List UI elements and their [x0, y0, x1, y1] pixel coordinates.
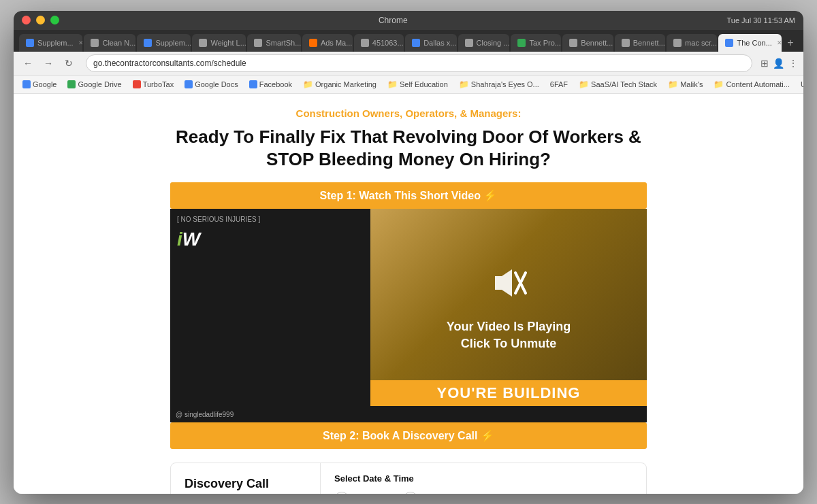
folder-icon: 📁: [579, 80, 589, 89]
bookmark-shahraja[interactable]: 📁 Shahraja's Eyes O...: [455, 78, 543, 90]
tab-bar: Supplem... ✕ Clean N... Supplem... Weigh…: [14, 30, 803, 52]
bookmark-selfedu[interactable]: 📁 Self Education: [384, 78, 451, 90]
bookmark-drive[interactable]: Google Drive: [64, 79, 125, 90]
close-button[interactable]: [22, 16, 31, 24]
tagline: Construction Owners, Operators, & Manage…: [296, 107, 522, 119]
profile-icon[interactable]: 👤: [773, 58, 784, 69]
maximize-button[interactable]: [50, 16, 59, 24]
reload-button[interactable]: ↻: [60, 54, 78, 72]
prev-month-button[interactable]: ‹: [334, 492, 349, 493]
bookmark-label: SaaS/AI Tech Stack: [591, 80, 657, 88]
cal-month-nav: ‹ July 2024 ›: [334, 492, 632, 493]
forward-button[interactable]: →: [39, 54, 57, 72]
bookmark-label: Google Drive: [78, 80, 121, 88]
bookmark-label: 6FAF: [550, 80, 568, 88]
tab-favicon: [517, 39, 526, 47]
tab-close-icon[interactable]: ✕: [775, 39, 782, 47]
mute-icon: [488, 263, 529, 312]
video-left-panel: [ NO SERIOUS INJURIES ] iW: [170, 209, 370, 406]
folder-icon: 📁: [714, 80, 724, 89]
tab-label: Supplem...: [37, 39, 74, 47]
tab-10[interactable]: Tax Pro...: [511, 34, 561, 52]
bookmark-ue[interactable]: UE: [797, 79, 803, 90]
headline: Ready To Finally Fix That Revolving Door…: [176, 126, 641, 172]
tab-12[interactable]: Bennett...: [615, 34, 665, 52]
new-tab-button[interactable]: +: [783, 34, 798, 52]
tab-7[interactable]: 451063...: [354, 34, 404, 52]
folder-icon: 📁: [387, 80, 398, 89]
bookmark-facebook[interactable]: Facebook: [246, 79, 295, 90]
tab-favicon: [673, 39, 682, 47]
bookmark-label: Organic Marketing: [315, 80, 377, 88]
tab-label: Ads Ma...: [321, 39, 352, 47]
bookmark-google[interactable]: Google: [19, 79, 60, 90]
url-text: go.thecontractorconsultants.com/schedule: [93, 58, 246, 68]
calendar-section: Discovery Call ⏱ 15 Mins 📅 Tue, Jul 30, …: [170, 463, 647, 493]
bookmark-turbotax[interactable]: TurboTax: [129, 79, 177, 90]
unmute-line1: Your Video Is Playing: [447, 320, 571, 333]
tab-label: Clean N...: [102, 39, 135, 47]
tab-label: SmartSh...: [266, 39, 301, 47]
bookmark-malik[interactable]: 📁 Malik's: [664, 78, 706, 90]
tab-favicon: [622, 39, 630, 47]
tab-favicon: [26, 39, 34, 47]
step1-bar: Step 1: Watch This Short Video ⚡: [170, 182, 647, 209]
tab-favicon: [91, 39, 99, 47]
bookmark-6faf[interactable]: 6FAF: [547, 79, 571, 90]
bookmark-label: Google: [33, 80, 57, 88]
bookmark-saas[interactable]: 📁 SaaS/AI Tech Stack: [575, 78, 660, 90]
tab-11[interactable]: Bennett...: [562, 34, 613, 52]
tab-close-icon[interactable]: ✕: [77, 39, 83, 47]
tab-label: Tax Pro...: [529, 39, 560, 47]
tab-favicon: [254, 39, 262, 47]
tab-14-active[interactable]: The Con... ✕: [718, 34, 781, 52]
tab-1[interactable]: Supplem... ✕: [19, 34, 82, 52]
address-bar[interactable]: go.thecontractorconsultants.com/schedule: [86, 54, 752, 72]
tab-favicon: [465, 39, 473, 47]
video-right-panel[interactable]: Your Video Is Playing Click To Unmute YO…: [370, 209, 647, 406]
folder-icon: 📁: [303, 80, 313, 89]
bookmark-label: Self Education: [400, 80, 448, 88]
video-bottom-bar: @ singledadlife999: [170, 406, 647, 422]
tab-2[interactable]: Clean N...: [84, 34, 135, 52]
extensions-icon[interactable]: ⊞: [760, 58, 769, 69]
video-logo: iW: [177, 229, 200, 250]
step2-label: Step 2: Book A Discovery Call ⚡: [323, 430, 494, 441]
tab-9[interactable]: Closing ...: [458, 34, 510, 52]
tab-13[interactable]: mac scr...: [667, 34, 717, 52]
menu-icon[interactable]: ⋮: [788, 58, 798, 69]
bookmark-label: Google Docs: [195, 80, 238, 88]
tab-label: Bennett...: [581, 39, 613, 47]
tab-label: Dallas x...: [423, 39, 456, 47]
tab-label: Bennett...: [633, 39, 665, 47]
bookmark-organic[interactable]: 📁 Organic Marketing: [300, 78, 380, 90]
next-month-button[interactable]: ›: [403, 492, 418, 493]
google-icon: [22, 80, 31, 88]
tab-label: Closing ...: [477, 39, 510, 47]
bookmark-content[interactable]: 📁 Content Automati...: [710, 78, 793, 90]
step1-label: Step 1: Watch This Short Video ⚡: [320, 190, 498, 201]
step2-bar: Step 2: Book A Discovery Call ⚡: [170, 422, 647, 449]
back-button[interactable]: ←: [19, 54, 37, 72]
cal-left: Discovery Call ⏱ 15 Mins 📅 Tue, Jul 30, …: [171, 463, 321, 493]
nav-icons: ⊞ 👤 ⋮: [760, 58, 798, 69]
bookmark-docs[interactable]: Google Docs: [181, 79, 242, 90]
tab-6[interactable]: Ads Ma...: [302, 34, 353, 52]
drive-icon: [67, 80, 76, 88]
youre-building-text: YOU'RE BUILDING: [370, 380, 647, 406]
cal-title: Discovery Call: [185, 477, 306, 491]
tab-favicon: [309, 39, 317, 47]
tab-favicon: [144, 39, 152, 47]
browser-name: Chrome: [379, 16, 408, 25]
bookmark-label: Facebook: [259, 80, 292, 88]
facebook-icon: [249, 80, 257, 88]
bookmark-label: Shahraja's Eyes O...: [471, 80, 539, 88]
tab-4[interactable]: Weight L...: [192, 34, 246, 52]
tab-3[interactable]: Supplem...: [137, 34, 191, 52]
minimize-button[interactable]: [36, 16, 45, 24]
turbotax-icon: [133, 80, 141, 88]
cal-right-title: Select Date & Time: [334, 473, 632, 484]
tab-5[interactable]: SmartSh...: [247, 34, 301, 52]
tab-8[interactable]: Dallas x...: [405, 34, 456, 52]
video-container[interactable]: [ NO SERIOUS INJURIES ] iW: [170, 209, 647, 406]
